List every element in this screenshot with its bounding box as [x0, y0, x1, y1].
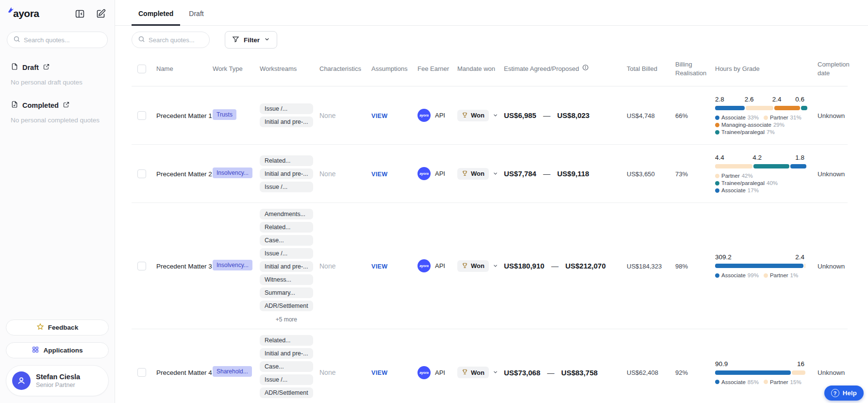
open-external-icon[interactable] [63, 101, 70, 110]
user-profile[interactable]: Stefan Ciesla Senior Partner [6, 365, 109, 396]
workstreams-list: Issue /...Initial and pre-... [260, 103, 313, 127]
mandate-won-pill[interactable]: Won [457, 168, 489, 180]
sidebar-section-completed[interactable]: Completed [7, 101, 108, 110]
hours-value-label: 309.2 [715, 253, 732, 261]
mandate-won-pill[interactable]: Won [457, 110, 489, 121]
sidebar-search[interactable] [7, 32, 108, 48]
legend-item: Associate17% [715, 187, 759, 193]
workstreams-list: Amendments...Related...Case...Issue /...… [260, 209, 313, 323]
funnel-icon [232, 35, 239, 44]
open-external-icon[interactable] [43, 63, 50, 72]
matter-name[interactable]: Precedent Matter 1 [156, 112, 212, 119]
quotes-table: Name Work Type Workstreams Characteristi… [132, 51, 848, 403]
trophy-icon [462, 262, 468, 270]
row-checkbox[interactable] [137, 368, 146, 377]
matter-name[interactable]: Precedent Matter 4 [156, 369, 212, 376]
legend-dot [715, 181, 719, 185]
workstream-chip: Summary... [260, 287, 313, 298]
trophy-icon [462, 112, 468, 119]
hours-value-label: 4.2 [752, 154, 762, 161]
info-icon[interactable] [582, 64, 589, 73]
legend-item: Associate85% [715, 379, 759, 385]
legend-dot [715, 188, 719, 193]
tab-completed[interactable]: Completed [132, 7, 180, 26]
col-estimate: Estimate Agreed/Proposed [504, 64, 627, 73]
chevron-down-icon[interactable] [493, 111, 498, 120]
col-total-billed: Total Billed [627, 65, 675, 73]
hours-stacked-bar [715, 264, 804, 268]
collapse-sidebar-icon[interactable] [75, 9, 85, 19]
legend-label: Partner [770, 379, 788, 385]
hours-labels: 2.82.62.40.6 [715, 96, 804, 104]
select-all-checkbox[interactable] [137, 65, 146, 73]
feedback-button[interactable]: Feedback [6, 319, 109, 336]
mandate-won-pill[interactable]: Won [457, 260, 489, 272]
workstreams-more-link[interactable]: +5 more [260, 316, 313, 323]
compose-icon[interactable] [96, 9, 106, 19]
estimate-cell: US$73,068—US$83,758 [504, 369, 627, 377]
search-icon [138, 35, 145, 45]
trophy-icon [462, 369, 468, 376]
workstream-chip: Issue /... [260, 182, 313, 192]
hours-value-label: 0.6 [795, 96, 804, 103]
star-icon [36, 323, 44, 332]
assumptions-view-link[interactable]: VIEW [371, 113, 388, 119]
chevron-down-icon[interactable] [493, 262, 498, 270]
matter-name[interactable]: Precedent Matter 2 [156, 170, 212, 178]
hours-value-label: 2.4 [795, 253, 804, 261]
sidebar-search-input[interactable] [24, 36, 101, 44]
trophy-icon [462, 170, 468, 178]
mandate-cell: Won [457, 260, 504, 272]
mandate-label: Won [471, 170, 484, 177]
quotes-search-input[interactable] [149, 36, 203, 44]
billing-realisation-value: 73% [675, 170, 688, 178]
completed-empty-text: No personal completed quotes [7, 117, 108, 124]
row-checkbox[interactable] [137, 111, 146, 120]
estimate-agreed: US$6,985 [504, 111, 536, 119]
work-type-badge: Insolvency... [213, 168, 252, 178]
chevron-down-icon[interactable] [493, 368, 498, 377]
legend-item: Associate33% [715, 115, 759, 120]
applications-button[interactable]: Applications [6, 342, 109, 358]
mandate-won-pill[interactable]: Won [457, 367, 489, 378]
hours-value-label: 4.4 [715, 154, 724, 161]
assumptions-view-link[interactable]: VIEW [371, 369, 388, 376]
help-button[interactable]: ? Help [824, 386, 864, 401]
bar-segment-trainee-paralegal [753, 164, 789, 168]
fee-earner-label: API [435, 369, 445, 376]
completion-date-value: Unknown [818, 369, 845, 376]
characteristics-value: None [319, 369, 335, 376]
assumptions-view-link[interactable]: VIEW [371, 171, 388, 178]
row-checkbox[interactable] [137, 169, 146, 178]
characteristics-value: None [319, 262, 335, 270]
quotes-search[interactable] [132, 32, 210, 48]
bar-segment-associate [715, 106, 745, 110]
row-checkbox[interactable] [137, 262, 146, 270]
legend-dot [715, 273, 719, 278]
fee-earner-cell: ayoraAPI [417, 167, 457, 180]
hours-by-grade-chart: 2.82.62.40.6Associate33%Partner31%Managi… [715, 96, 812, 135]
apps-grid-icon [32, 346, 39, 355]
brand-logo[interactable]: ayora [7, 8, 39, 19]
hours-legend: Associate99%Partner1% [715, 272, 812, 278]
bar-segment-partner [804, 264, 805, 268]
legend-dot [715, 116, 719, 120]
tab-draft[interactable]: Draft [182, 7, 210, 26]
workstream-chip: Issue /... [260, 374, 313, 385]
col-work-type: Work Type [213, 65, 260, 73]
legend-label: Partner [770, 115, 788, 120]
total-billed-value: US$3,650 [627, 170, 655, 178]
matter-name[interactable]: Precedent Matter 3 [156, 263, 212, 270]
legend-label: Partner [721, 173, 740, 179]
sidebar-section-draft[interactable]: Draft [7, 63, 108, 72]
legend-pct: 40% [767, 180, 778, 186]
bar-segment-partner [746, 106, 773, 110]
hours-value-label: 1.8 [795, 154, 804, 161]
chevron-down-icon[interactable] [493, 169, 498, 178]
assumptions-view-link[interactable]: VIEW [371, 263, 388, 270]
filter-button[interactable]: Filter [225, 31, 277, 49]
legend-label: Associate [721, 272, 746, 278]
hours-legend: Associate85%Partner15% [715, 379, 812, 385]
characteristics-value: None [319, 112, 335, 119]
applications-label: Applications [43, 347, 83, 354]
